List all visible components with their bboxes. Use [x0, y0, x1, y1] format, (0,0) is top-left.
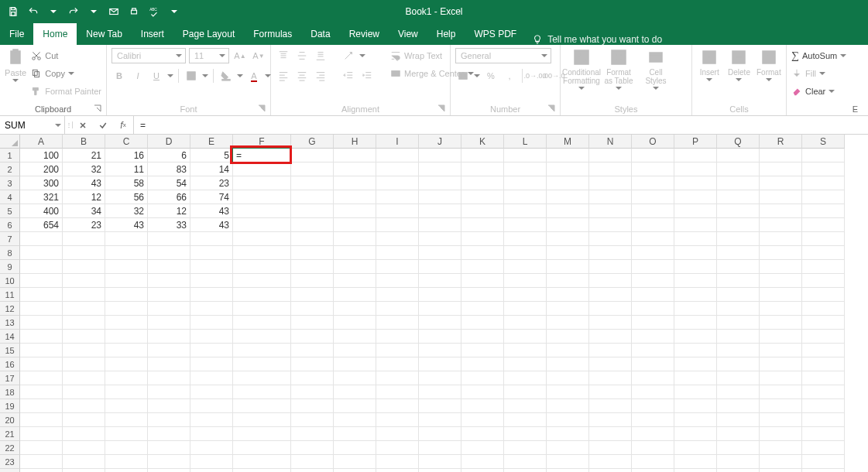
cell[interactable]	[148, 232, 190, 246]
row-header[interactable]: 6	[0, 218, 20, 232]
cell[interactable]	[105, 455, 148, 469]
cell[interactable]	[674, 302, 717, 316]
column-header[interactable]: R	[760, 135, 802, 149]
cell[interactable]	[589, 162, 632, 176]
cell[interactable]	[760, 357, 802, 371]
cell[interactable]	[504, 149, 547, 162]
cell[interactable]	[105, 302, 148, 316]
cell[interactable]	[20, 302, 63, 316]
cell[interactable]	[547, 316, 589, 330]
cell[interactable]	[63, 441, 105, 455]
row-header[interactable]: 24	[0, 469, 20, 472]
cell[interactable]	[419, 274, 461, 288]
align-right-icon[interactable]	[313, 68, 328, 84]
cell[interactable]	[419, 232, 461, 246]
cell[interactable]	[589, 260, 632, 274]
row-header[interactable]: 15	[0, 344, 20, 357]
decrease-indent-icon[interactable]	[341, 68, 356, 84]
cell[interactable]	[589, 385, 632, 399]
cell[interactable]	[632, 162, 674, 176]
cell[interactable]	[504, 371, 547, 385]
cell[interactable]	[461, 274, 504, 288]
cell[interactable]	[105, 288, 148, 302]
cell[interactable]	[20, 232, 63, 246]
clear-button[interactable]: Clear	[791, 84, 846, 99]
cell[interactable]	[190, 413, 233, 427]
spellcheck-icon[interactable]: ABC	[146, 3, 163, 20]
cell[interactable]	[632, 385, 674, 399]
increase-decimal-icon[interactable]: .0→.00	[527, 68, 543, 84]
cell[interactable]	[376, 371, 419, 385]
cell[interactable]	[674, 176, 717, 190]
cell[interactable]	[376, 232, 419, 246]
cell[interactable]	[504, 469, 547, 472]
cell[interactable]	[547, 162, 589, 176]
row-header[interactable]: 3	[0, 176, 20, 190]
cell[interactable]	[233, 260, 291, 274]
cell[interactable]	[589, 316, 632, 330]
tab-formulas[interactable]: Formulas	[244, 23, 301, 45]
cell[interactable]: 43	[190, 218, 233, 232]
cell[interactable]: 83	[148, 162, 190, 176]
cell[interactable]	[461, 190, 504, 204]
cell[interactable]	[291, 330, 334, 344]
cell[interactable]	[334, 288, 376, 302]
cell[interactable]	[802, 427, 845, 441]
cell[interactable]	[190, 371, 233, 385]
cell[interactable]	[547, 260, 589, 274]
cell[interactable]	[760, 162, 802, 176]
cell[interactable]	[632, 274, 674, 288]
cell[interactable]	[504, 441, 547, 455]
row-header[interactable]: 22	[0, 441, 20, 455]
cell[interactable]: 16	[105, 149, 148, 162]
cell[interactable]	[233, 246, 291, 260]
cell[interactable]	[20, 316, 63, 330]
dialog-launcher-icon[interactable]	[437, 104, 445, 112]
cell[interactable]	[589, 204, 632, 218]
row-header[interactable]: 19	[0, 399, 20, 413]
cell[interactable]	[419, 330, 461, 344]
cell[interactable]	[334, 455, 376, 469]
cell[interactable]	[802, 413, 845, 427]
tab-wpspdf[interactable]: WPS PDF	[465, 23, 526, 45]
cell[interactable]	[461, 441, 504, 455]
cell[interactable]	[589, 399, 632, 413]
cell[interactable]	[334, 441, 376, 455]
cell[interactable]	[547, 232, 589, 246]
cell[interactable]	[461, 469, 504, 472]
column-header[interactable]: H	[334, 135, 376, 149]
cell[interactable]	[589, 302, 632, 316]
cell[interactable]	[589, 274, 632, 288]
tab-insert[interactable]: Insert	[132, 23, 173, 45]
cell[interactable]	[674, 441, 717, 455]
cell[interactable]	[233, 190, 291, 204]
cell[interactable]	[419, 455, 461, 469]
cell[interactable]	[461, 455, 504, 469]
cell[interactable]	[233, 176, 291, 190]
fill-button[interactable]: Fill	[791, 66, 846, 81]
cell[interactable]	[190, 399, 233, 413]
cell[interactable]	[717, 357, 760, 371]
cell[interactable]	[376, 218, 419, 232]
orientation-icon[interactable]	[341, 48, 356, 63]
cell[interactable]	[63, 427, 105, 441]
cell[interactable]	[291, 469, 334, 472]
cell[interactable]	[802, 441, 845, 455]
cell[interactable]	[802, 176, 845, 190]
cell[interactable]	[504, 399, 547, 413]
cell[interactable]	[334, 385, 376, 399]
align-bottom-icon[interactable]	[313, 48, 328, 63]
cell[interactable]	[674, 204, 717, 218]
cell[interactable]	[461, 330, 504, 344]
row-header[interactable]: 13	[0, 316, 20, 330]
cell[interactable]	[233, 330, 291, 344]
cell[interactable]	[20, 246, 63, 260]
cell[interactable]	[376, 260, 419, 274]
cell[interactable]	[674, 288, 717, 302]
cell[interactable]: 12	[148, 204, 190, 218]
cell[interactable]	[760, 274, 802, 288]
cell[interactable]	[105, 274, 148, 288]
cell[interactable]	[760, 218, 802, 232]
cell[interactable]	[63, 316, 105, 330]
cell[interactable]	[63, 455, 105, 469]
